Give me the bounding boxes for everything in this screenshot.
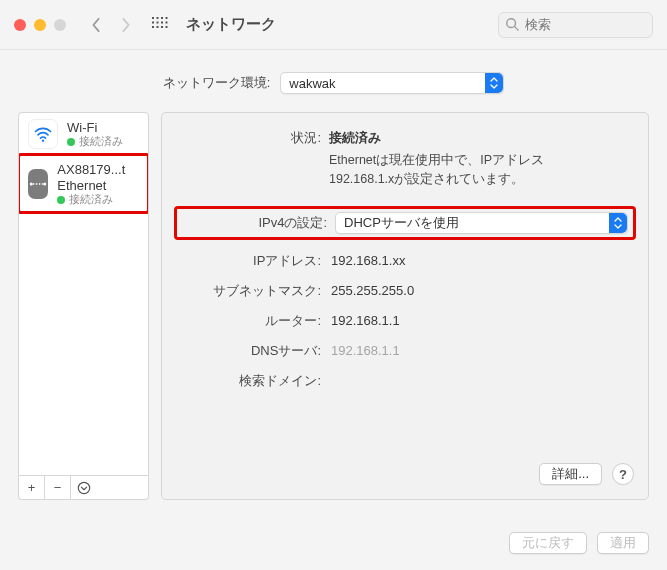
row-label: DNSサーバ: — [176, 342, 321, 360]
svg-rect-0 — [152, 17, 154, 19]
minimize-window-button[interactable] — [34, 19, 46, 31]
status-block: 接続済み Ethernetは現在使用中で、IPアドレス 192.168.1.xが… — [329, 129, 544, 190]
search-input[interactable] — [498, 12, 653, 38]
nav-buttons — [84, 13, 138, 37]
minus-icon: − — [54, 480, 62, 495]
plus-icon: + — [28, 480, 36, 495]
bottom-bar: 元に戻す 適用 — [0, 518, 667, 570]
svg-rect-1 — [157, 17, 159, 19]
svg-rect-11 — [166, 26, 168, 28]
wifi-icon — [28, 119, 58, 149]
search-icon — [505, 17, 519, 34]
sidebar-item-status: 接続済み — [57, 193, 139, 206]
status-desc-1: Ethernetは現在使用中で、IPアドレス — [329, 151, 544, 170]
remove-interface-button[interactable]: − — [45, 476, 71, 499]
svg-rect-2 — [161, 17, 163, 19]
location-label: ネットワーク環境: — [163, 74, 271, 92]
row-subnet-mask: サブネットマスク: 255.255.255.0 — [176, 282, 634, 300]
row-label: ルーター: — [176, 312, 321, 330]
svg-line-13 — [515, 26, 519, 30]
row-router: ルーター: 192.168.1.1 — [176, 312, 634, 330]
window-title: ネットワーク — [186, 15, 276, 34]
svg-rect-4 — [152, 21, 154, 23]
svg-point-14 — [42, 140, 44, 142]
sidebar: Wi-Fi 接続済み AX88179...t Ethernet — [18, 112, 149, 500]
row-dns: DNSサーバ: 192.168.1.1 — [176, 342, 634, 360]
revert-button[interactable]: 元に戻す — [509, 532, 587, 554]
ipv4-row: IPv4の設定: DHCPサーバを使用 — [176, 208, 634, 238]
detail-card: 状況: 接続済み Ethernetは現在使用中で、IPアドレス 192.168.… — [161, 112, 649, 500]
dropdown-circle-icon — [77, 481, 91, 495]
ipv4-row-highlight: IPv4の設定: DHCPサーバを使用 — [176, 208, 634, 238]
sidebar-item-wifi[interactable]: Wi-Fi 接続済み — [19, 113, 148, 155]
window-controls — [14, 19, 66, 31]
row-value: 255.255.255.0 — [331, 283, 414, 298]
svg-point-18 — [78, 482, 89, 493]
status-row: 状況: 接続済み Ethernetは現在使用中で、IPアドレス 192.168.… — [176, 129, 634, 190]
sidebar-item-status-text: 接続済み — [79, 135, 123, 148]
help-button[interactable]: ? — [612, 463, 634, 485]
chevron-left-icon — [90, 18, 102, 32]
card-actions: 詳細... ? — [176, 463, 634, 485]
sidebar-item-name: AX88179...t Ethernet — [57, 162, 139, 193]
advanced-button[interactable]: 詳細... — [539, 463, 602, 485]
close-window-button[interactable] — [14, 19, 26, 31]
svg-rect-9 — [157, 26, 159, 28]
chevron-right-icon — [120, 18, 132, 32]
row-value: 192.168.1.1 — [331, 313, 400, 328]
svg-rect-8 — [152, 26, 154, 28]
row-value: 192.168.1.1 — [331, 343, 400, 358]
row-ip-address: IPアドレス: 192.168.1.xx — [176, 252, 634, 270]
row-value: 192.168.1.xx — [331, 253, 405, 268]
status-dot-icon — [67, 138, 75, 146]
sidebar-footer: + − — [18, 476, 149, 500]
forward-button[interactable] — [114, 13, 138, 37]
svg-point-16 — [43, 183, 46, 186]
location-select[interactable]: wakwak — [280, 72, 504, 94]
status-desc-2: 192.168.1.xが設定されています。 — [329, 170, 544, 189]
status-dot-icon — [57, 196, 65, 204]
ipv4-label: IPv4の設定: — [182, 214, 327, 232]
svg-rect-5 — [157, 21, 159, 23]
sidebar-item-status-text: 接続済み — [69, 193, 113, 206]
ipv4-config-value: DHCPサーバを使用 — [344, 214, 459, 232]
network-preferences-window: ネットワーク ネットワーク環境: wakwak — [0, 0, 667, 570]
add-interface-button[interactable]: + — [19, 476, 45, 499]
row-label: IPアドレス: — [176, 252, 321, 270]
svg-rect-7 — [166, 21, 168, 23]
interface-actions-button[interactable] — [71, 476, 97, 499]
location-row: ネットワーク環境: wakwak — [0, 50, 667, 112]
svg-point-15 — [30, 183, 33, 186]
apply-button[interactable]: 適用 — [597, 532, 649, 554]
sidebar-item-meta: AX88179...t Ethernet 接続済み — [57, 162, 139, 206]
row-search-domain: 検索ドメイン: — [176, 372, 634, 390]
main-panel: 状況: 接続済み Ethernetは現在使用中で、IPアドレス 192.168.… — [161, 112, 649, 500]
row-label: 検索ドメイン: — [176, 372, 321, 390]
select-arrows-icon — [609, 213, 627, 233]
select-arrows-icon — [485, 73, 503, 93]
sidebar-item-meta: Wi-Fi 接続済み — [67, 120, 123, 149]
info-rows: IPアドレス: 192.168.1.xx サブネットマスク: 255.255.2… — [176, 252, 634, 390]
status-value: 接続済み — [329, 129, 544, 147]
show-all-button[interactable] — [148, 13, 172, 37]
grid-icon — [152, 17, 168, 33]
sidebar-item-ethernet[interactable]: AX88179...t Ethernet 接続済み — [19, 155, 148, 212]
toolbar: ネットワーク — [0, 0, 667, 50]
sidebar-item-name: Wi-Fi — [67, 120, 123, 136]
ipv4-config-select[interactable]: DHCPサーバを使用 — [335, 212, 628, 234]
svg-rect-3 — [166, 17, 168, 19]
zoom-window-button — [54, 19, 66, 31]
network-interface-list[interactable]: Wi-Fi 接続済み AX88179...t Ethernet — [18, 112, 149, 476]
back-button[interactable] — [84, 13, 108, 37]
sidebar-item-status: 接続済み — [67, 135, 123, 148]
location-value: wakwak — [289, 76, 335, 91]
status-label: 状況: — [176, 129, 321, 190]
row-label: サブネットマスク: — [176, 282, 321, 300]
svg-rect-6 — [161, 21, 163, 23]
search-container — [498, 12, 653, 38]
ethernet-icon — [28, 169, 48, 199]
main-body: Wi-Fi 接続済み AX88179...t Ethernet — [0, 112, 667, 518]
svg-rect-10 — [161, 26, 163, 28]
